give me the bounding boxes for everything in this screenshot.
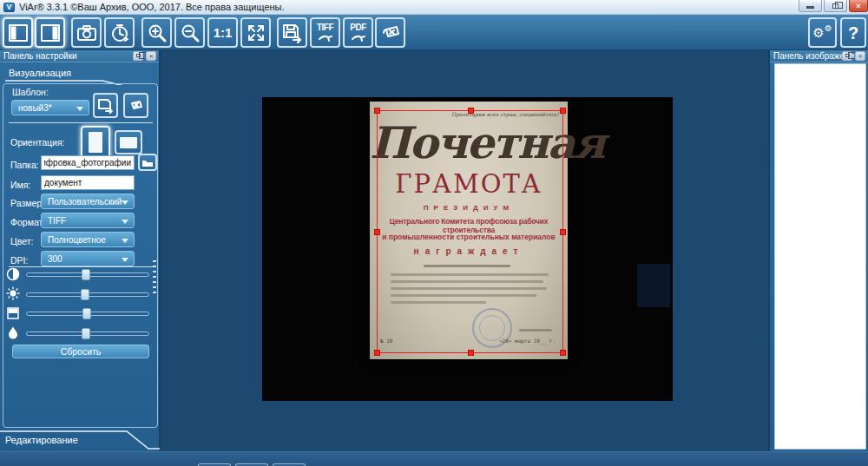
- size-label: Размер:: [10, 198, 44, 208]
- format-value: TIFF: [48, 216, 66, 226]
- settings-button[interactable]: ⚙ ⚙: [808, 17, 837, 48]
- image-list[interactable]: [774, 63, 866, 450]
- tiff-export-icon: TIFF: [317, 23, 334, 43]
- levels-slider[interactable]: [26, 312, 149, 316]
- camera-icon: [76, 23, 97, 43]
- zoom-in-icon: [147, 23, 168, 43]
- brightness-slider[interactable]: [26, 292, 149, 297]
- dpi-dropdown[interactable]: 300: [41, 251, 135, 266]
- clear-button[interactable]: [375, 17, 405, 48]
- crop-frame[interactable]: [377, 110, 563, 353]
- timer-capture-button[interactable]: [104, 17, 135, 48]
- folder-input[interactable]: [41, 155, 135, 170]
- name-label: Имя:: [10, 180, 30, 190]
- app-logo-icon: V: [3, 3, 15, 12]
- timer-icon: [109, 23, 130, 43]
- name-input[interactable]: [41, 175, 135, 190]
- crop-handle-top-left[interactable]: [374, 108, 380, 114]
- panel-close-icon: ×: [858, 52, 863, 60]
- saturation-icon: [6, 325, 20, 343]
- contrast-slider-handle[interactable]: [82, 269, 90, 280]
- divider: [9, 266, 153, 267]
- minimize-button[interactable]: [799, 0, 822, 12]
- reset-button[interactable]: Сбросить: [12, 345, 149, 358]
- chevron-down-icon: [122, 239, 128, 243]
- orientation-portrait-button[interactable]: [81, 126, 110, 159]
- orientation-landscape-button[interactable]: [115, 130, 142, 154]
- toggle-left-panel-button[interactable]: [3, 17, 33, 48]
- crop-handle-top-center[interactable]: [468, 108, 474, 114]
- save-icon: [281, 23, 304, 43]
- settings-panel: Панель настройки × Визуализация Шаблон: …: [0, 50, 161, 451]
- save-button[interactable]: [277, 17, 307, 48]
- undock-images-panel-button[interactable]: [842, 51, 852, 61]
- template-dropdown[interactable]: новый3*: [11, 100, 89, 115]
- template-value: новый3*: [18, 103, 52, 113]
- close-icon: ×: [856, 2, 860, 10]
- one-to-one-icon: 1:1: [214, 26, 233, 39]
- size-value: Пользовательский: [48, 197, 122, 207]
- template-save-button[interactable]: [93, 93, 118, 118]
- undock-icon: [845, 54, 850, 57]
- saturation-slider-handle[interactable]: [82, 328, 90, 339]
- fullscreen-button[interactable]: [240, 17, 271, 48]
- images-panel-header: Панель изображений ×: [770, 50, 868, 62]
- export-pdf-button[interactable]: PDF: [343, 17, 373, 48]
- restore-button[interactable]: [824, 0, 847, 12]
- template-save-icon: [97, 98, 115, 114]
- dpi-label: DPI:: [10, 255, 28, 266]
- preview-area: Пролетарии всех стран, соединяйтесь! Поч…: [162, 50, 768, 451]
- format-dropdown[interactable]: TIFF: [41, 213, 135, 228]
- crop-handle-top-right[interactable]: [560, 108, 566, 114]
- contrast-slider[interactable]: [26, 272, 149, 277]
- zoom-out-button[interactable]: [174, 17, 205, 48]
- gears-icon: ⚙: [812, 26, 824, 39]
- template-delete-icon: [128, 98, 145, 114]
- crop-handle-mid-left[interactable]: [374, 229, 380, 235]
- template-delete-button[interactable]: [123, 93, 148, 118]
- zoom-in-button[interactable]: [141, 17, 172, 48]
- levels-slider-handle[interactable]: [82, 308, 91, 319]
- clean-bucket-icon: [379, 23, 402, 43]
- crop-handle-bottom-right[interactable]: [560, 350, 566, 356]
- contrast-icon: [6, 267, 20, 285]
- minimize-icon: [806, 6, 814, 9]
- toggle-right-panel-button[interactable]: [35, 17, 65, 48]
- help-button[interactable]: ?: [840, 17, 866, 48]
- crop-handle-mid-right[interactable]: [560, 229, 566, 235]
- template-label: Шаблон:: [12, 87, 49, 97]
- panel-right-icon: [40, 23, 61, 43]
- visualization-tab-line: [0, 50, 161, 85]
- browse-folder-button[interactable]: [138, 154, 157, 171]
- close-button[interactable]: ×: [849, 0, 868, 12]
- crop-handle-bottom-left[interactable]: [374, 350, 380, 356]
- crop-handle-bottom-center[interactable]: [468, 350, 474, 356]
- portrait-icon: [89, 132, 102, 153]
- captured-photo[interactable]: Пролетарии всех стран, соединяйтесь! Поч…: [262, 97, 673, 401]
- folder-icon: [141, 158, 154, 167]
- color-label: Цвет:: [10, 236, 33, 246]
- orientation-label: Ориентация:: [10, 137, 65, 148]
- window-title: ViAr® 3.3.1 ©Ваш Архив, ООО, 2017. Все п…: [19, 2, 285, 12]
- photo-reflection: [637, 264, 670, 307]
- divider: [9, 122, 153, 123]
- color-value: Полноцветное: [48, 235, 106, 245]
- capture-button[interactable]: [71, 17, 102, 48]
- saturation-slider[interactable]: [26, 331, 149, 336]
- brightness-slider-handle[interactable]: [81, 289, 89, 300]
- chevron-down-icon: [122, 220, 128, 224]
- chevron-down-icon: [122, 200, 128, 205]
- close-images-panel-button[interactable]: ×: [855, 51, 865, 61]
- images-panel: Панель изображений ×: [768, 50, 868, 451]
- actual-size-button[interactable]: 1:1: [207, 17, 238, 48]
- size-dropdown[interactable]: Пользовательский: [41, 194, 135, 209]
- main-toolbar: 1:1 TIFF PDF ⚙ ⚙: [0, 15, 868, 50]
- color-dropdown[interactable]: Полноцветное: [41, 232, 135, 247]
- gear-small-icon: ⚙: [825, 24, 832, 33]
- tab-editing[interactable]: Редактирование: [5, 435, 78, 445]
- export-tiff-button[interactable]: TIFF: [310, 17, 340, 48]
- panel-resize-grip[interactable]: [153, 260, 156, 295]
- panel-left-icon: [8, 23, 29, 43]
- brightness-icon: [6, 286, 20, 304]
- help-icon: ?: [848, 24, 858, 42]
